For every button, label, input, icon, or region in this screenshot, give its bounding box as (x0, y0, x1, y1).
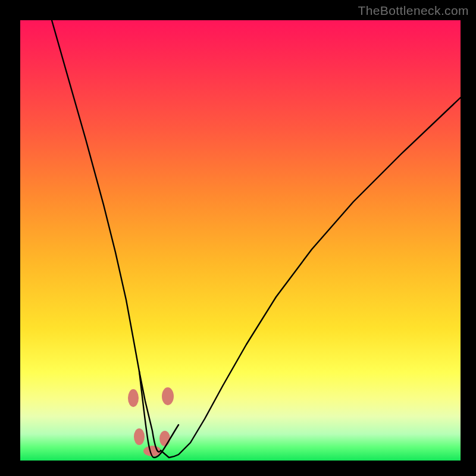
marker-right-lower (159, 431, 170, 446)
watermark-label: TheBottleneck.com (358, 4, 469, 18)
marker-left-lower (134, 428, 145, 445)
plot-area (20, 20, 461, 461)
marker-left-upper (128, 389, 139, 407)
curve-layer (20, 20, 461, 461)
chart-stage: TheBottleneck.com (0, 0, 476, 476)
marker-right-upper (162, 387, 174, 405)
bottleneck-curve (52, 20, 461, 458)
bottleneck-curve-bottom (139, 371, 178, 458)
